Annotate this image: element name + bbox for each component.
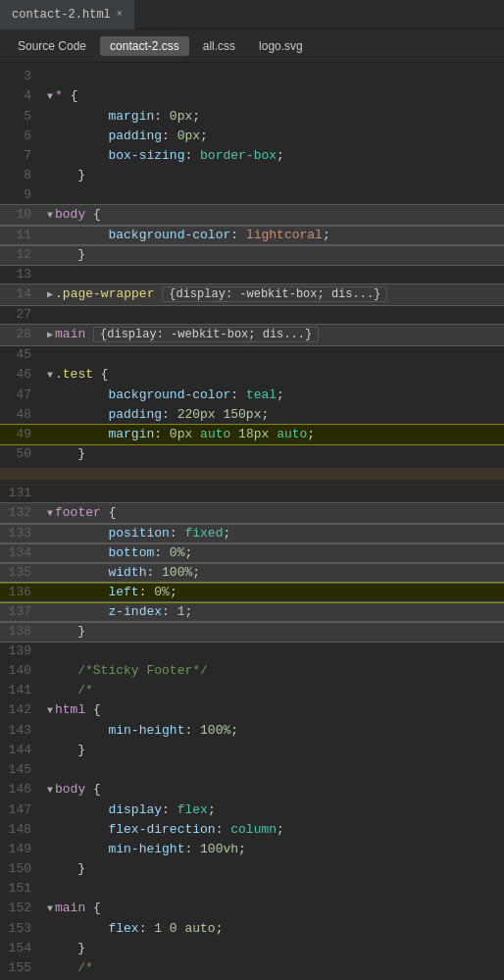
table-row: 10 ▼body {: [0, 205, 504, 226]
tab-close-icon[interactable]: ×: [117, 9, 123, 20]
table-row: 145: [0, 760, 504, 780]
all-css-button[interactable]: all.css: [193, 36, 245, 56]
table-row: 154 }: [0, 939, 504, 958]
table-row: 11 background-color: lightcoral;: [0, 226, 504, 245]
table-row: 133 position: fixed;: [0, 524, 504, 543]
code-panel-top: 3 4 ▼* { 5 margin: 0px; 6 padding: 0px; …: [0, 63, 504, 468]
table-row: 148 flex-direction: column;: [0, 820, 504, 840]
source-code-button[interactable]: Source Code: [8, 36, 96, 56]
table-row: 155 /*: [0, 958, 504, 978]
table-row: 49 margin: 0px auto 18px auto;: [0, 425, 504, 444]
table-row: 132 ▼footer {: [0, 503, 504, 524]
table-row: 143 min-height: 100%;: [0, 721, 504, 741]
table-row: 7 box-sizing: border-box;: [0, 146, 504, 166]
table-row: 8 }: [0, 166, 504, 185]
table-row: 13: [0, 265, 504, 284]
collapse-icon[interactable]: ▼: [47, 785, 53, 796]
toolbar: Source Code contact-2.css all.css logo.s…: [0, 29, 504, 63]
css-file-button[interactable]: contact-2.css: [100, 36, 189, 56]
table-row: 45: [0, 345, 504, 365]
table-row: 131: [0, 484, 504, 503]
title-bar: contact-2.html ×: [0, 0, 504, 29]
table-row: 141 /*: [0, 681, 504, 700]
table-row: 146 ▼body {: [0, 780, 504, 800]
table-row: 14 ▶.page-wrapper {display: -webkit-box;…: [0, 284, 504, 305]
table-row: 137 z-index: 1;: [0, 602, 504, 622]
table-row: 150 }: [0, 859, 504, 879]
collapse-icon[interactable]: ▶: [47, 289, 53, 300]
table-row: 28 ▶main {display: -webkit-box; dis...}: [0, 325, 504, 345]
table-row: 46 ▼.test {: [0, 365, 504, 386]
table-row: 135 width: 100%;: [0, 563, 504, 583]
panel-divider: [0, 468, 504, 480]
table-row: 9: [0, 185, 504, 205]
logo-svg-button[interactable]: logo.svg: [249, 36, 313, 56]
table-row: 136 left: 0%;: [0, 583, 504, 602]
table-row: 134 bottom: 0%;: [0, 543, 504, 563]
table-row: 6 padding: 0px;: [0, 127, 504, 146]
table-row: 12 }: [0, 245, 504, 265]
table-row: 153 flex: 1 0 auto;: [0, 919, 504, 939]
collapse-icon[interactable]: ▼: [47, 91, 53, 102]
table-row: 47 background-color: teal;: [0, 386, 504, 405]
collapse-icon[interactable]: ▼: [47, 903, 53, 914]
collapse-icon[interactable]: ▼: [47, 705, 53, 716]
table-row: 152 ▼main {: [0, 899, 504, 919]
table-row: 50 }: [0, 444, 504, 464]
table-row: 142 ▼html {: [0, 700, 504, 721]
table-row: 151: [0, 879, 504, 899]
table-row: 48 padding: 220px 150px;: [0, 405, 504, 425]
editor-container: contact-2.html × Source Code contact-2.c…: [0, 0, 504, 980]
table-row: 4 ▼* {: [0, 86, 504, 107]
collapse-icon[interactable]: ▼: [47, 370, 53, 381]
collapse-icon[interactable]: ▶: [47, 330, 53, 340]
table-row: 27: [0, 305, 504, 325]
table-row: 139: [0, 642, 504, 661]
tab-filename: contact-2.html: [12, 8, 111, 22]
code-panel-bottom: 131 132 ▼footer { 133 position: fixed; 1…: [0, 480, 504, 980]
file-tab[interactable]: contact-2.html ×: [0, 0, 134, 29]
table-row: 5 margin: 0px;: [0, 107, 504, 127]
collapse-icon[interactable]: ▼: [47, 210, 53, 221]
collapse-icon[interactable]: ▼: [47, 508, 53, 519]
table-row: 144 }: [0, 741, 504, 760]
table-row: 3: [0, 67, 504, 86]
table-row: 147 display: flex;: [0, 800, 504, 820]
table-row: 138 }: [0, 622, 504, 642]
table-row: 149 min-height: 100vh;: [0, 840, 504, 859]
table-row: 140 /*Sticky Footer*/: [0, 661, 504, 681]
